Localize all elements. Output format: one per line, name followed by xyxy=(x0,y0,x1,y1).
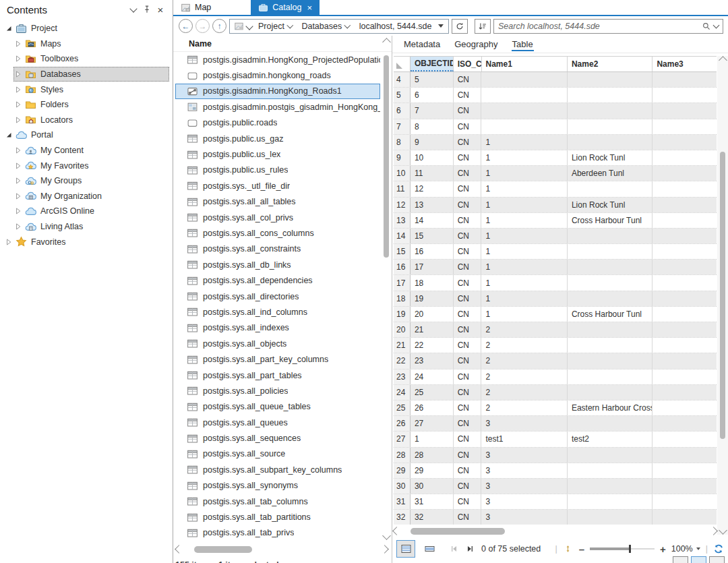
tree-item-living-atlas[interactable]: Living Atlas xyxy=(0,219,173,235)
chevron-down-icon[interactable] xyxy=(245,22,253,30)
collapse-arrow-icon[interactable] xyxy=(4,130,13,140)
table-cell[interactable]: 29 xyxy=(411,463,454,478)
table-row[interactable]: 3030CN3 xyxy=(394,479,717,494)
table-cell[interactable]: 3 xyxy=(481,494,567,509)
table-cell[interactable]: Eastern Harbour Cross... xyxy=(568,401,653,415)
expand-arrow-icon[interactable] xyxy=(13,206,23,216)
table-cell[interactable] xyxy=(568,260,653,274)
table-cell[interactable]: 32 xyxy=(411,510,454,525)
tree-item-databases[interactable]: Databases xyxy=(0,67,173,82)
expand-arrow-icon[interactable] xyxy=(13,39,23,49)
table-row[interactable]: 1819CN1 xyxy=(394,291,717,307)
table-cell[interactable] xyxy=(568,416,653,431)
row-number[interactable]: 5 xyxy=(394,88,411,102)
table-row[interactable]: 67CN xyxy=(394,103,717,119)
table-cell[interactable] xyxy=(568,385,653,400)
layout-icon[interactable] xyxy=(673,556,688,563)
table-cell[interactable] xyxy=(653,416,717,431)
table-cell[interactable] xyxy=(653,88,717,102)
table-cell[interactable]: CN xyxy=(454,198,482,212)
table-cell[interactable] xyxy=(481,72,567,87)
table-cell[interactable]: CN xyxy=(454,385,482,400)
expand-arrow-icon[interactable] xyxy=(4,237,13,247)
table-cell[interactable] xyxy=(481,88,567,102)
table-row[interactable]: 2526CN2Eastern Harbour Cross... xyxy=(394,401,717,416)
table-row[interactable]: 1314CN1Cross Harbour Tunl xyxy=(394,213,717,229)
scrollbar-thumb[interactable] xyxy=(411,528,505,535)
table-row[interactable]: 1617CN1 xyxy=(394,260,717,275)
table-cell[interactable]: CN xyxy=(454,448,482,463)
row-number[interactable]: 28 xyxy=(394,448,411,463)
table-vertical-scrollbar[interactable] xyxy=(717,56,728,535)
table-horizontal-scrollbar[interactable] xyxy=(394,526,717,536)
table-cell[interactable] xyxy=(568,322,653,337)
tree-item-my-content[interactable]: My Content xyxy=(0,143,173,158)
table-cell[interactable]: 8 xyxy=(411,119,454,134)
catalog-item[interactable]: postgis.sys.all_tab_partitions xyxy=(175,509,380,525)
catalog-item[interactable]: postgis.sys.all_policies xyxy=(175,383,380,398)
table-cell[interactable]: 1 xyxy=(481,135,567,150)
row-number[interactable]: 9 xyxy=(394,150,411,165)
table-cell[interactable] xyxy=(568,103,653,118)
table-cell[interactable] xyxy=(653,322,717,337)
expand-arrow-icon[interactable] xyxy=(13,161,23,171)
table-row[interactable]: 45CN xyxy=(394,72,717,88)
last-record-icon[interactable] xyxy=(464,543,475,554)
table-cell[interactable]: 28 xyxy=(411,448,454,463)
table-cell[interactable]: CN xyxy=(454,119,482,134)
row-number[interactable]: 30 xyxy=(394,479,411,494)
table-cell[interactable]: 14 xyxy=(411,213,454,228)
table-cell[interactable]: CN xyxy=(454,494,482,509)
catalog-item[interactable]: postgis.sys.all_sequences xyxy=(175,430,380,446)
table-cell[interactable] xyxy=(568,88,653,102)
zoom-level-dropdown[interactable]: 100% xyxy=(671,544,700,554)
table-cell[interactable] xyxy=(653,353,717,368)
table-cell[interactable]: 1 xyxy=(481,229,567,243)
table-cell[interactable] xyxy=(653,72,717,87)
table-cell[interactable] xyxy=(653,213,717,228)
table-cell[interactable]: 9 xyxy=(411,135,454,150)
scroll-up-icon[interactable] xyxy=(719,56,727,65)
row-number[interactable]: 17 xyxy=(394,275,411,290)
table-cell[interactable]: 3 xyxy=(481,448,567,463)
catalog-item[interactable]: postgis.sys.all_ind_columns xyxy=(175,304,380,320)
table-row[interactable]: 89CN1 xyxy=(394,135,717,150)
table-cell[interactable]: 1 xyxy=(481,307,567,322)
table-cell[interactable] xyxy=(653,463,717,478)
table-cell[interactable] xyxy=(568,353,653,368)
table-cell[interactable]: CN xyxy=(454,369,482,384)
zoom-slider[interactable] xyxy=(590,545,655,553)
tree-item-toolboxes[interactable]: Toolboxes xyxy=(0,51,173,67)
table-row[interactable]: 3232CN3 xyxy=(394,510,717,525)
row-number[interactable]: 16 xyxy=(394,260,411,274)
table-cell[interactable] xyxy=(568,479,653,494)
table-cell[interactable]: 16 xyxy=(411,244,454,259)
auto-scroll-icon[interactable] xyxy=(563,543,574,554)
table-cell[interactable] xyxy=(481,119,567,134)
table-cell[interactable]: 1 xyxy=(481,181,567,196)
table-cell[interactable]: Cross Harbour Tunl xyxy=(568,307,653,322)
table-cell[interactable] xyxy=(653,510,717,525)
table-cell[interactable]: 2 xyxy=(481,385,567,400)
breadcrumb-dropdown-caret[interactable] xyxy=(438,24,444,28)
tab-table[interactable]: Table xyxy=(512,38,534,51)
catalog-item[interactable]: postgis.gisadmin.HongKong_Roads1 xyxy=(175,84,380,99)
tree-item-favorites[interactable]: Favorites xyxy=(0,234,173,249)
show-selected-records-button[interactable] xyxy=(420,540,439,558)
tree-item-folders[interactable]: Folders xyxy=(0,97,173,113)
catalog-item[interactable]: postgis.public.roads xyxy=(175,115,380,131)
scroll-down-icon[interactable] xyxy=(382,531,391,540)
column-header-name2[interactable]: Name2 xyxy=(568,57,653,71)
table-cell[interactable]: 3 xyxy=(481,463,567,478)
catalog-item[interactable]: postgis.gisadmin.hongkong_roads xyxy=(175,67,380,83)
tab-geography[interactable]: Geography xyxy=(454,38,498,51)
table-row[interactable]: 1718CN1 xyxy=(394,275,717,291)
row-number[interactable]: 29 xyxy=(394,463,411,478)
row-number[interactable]: 13 xyxy=(394,213,411,228)
scroll-up-icon[interactable] xyxy=(382,38,391,47)
catalog-item[interactable]: postgis.public.us_gaz xyxy=(175,131,380,146)
zoom-out-button[interactable]: – xyxy=(579,543,584,555)
table-row[interactable]: 271CNtest1test2 xyxy=(394,432,717,447)
scroll-right-icon[interactable] xyxy=(380,545,389,554)
table-cell[interactable] xyxy=(653,369,717,384)
